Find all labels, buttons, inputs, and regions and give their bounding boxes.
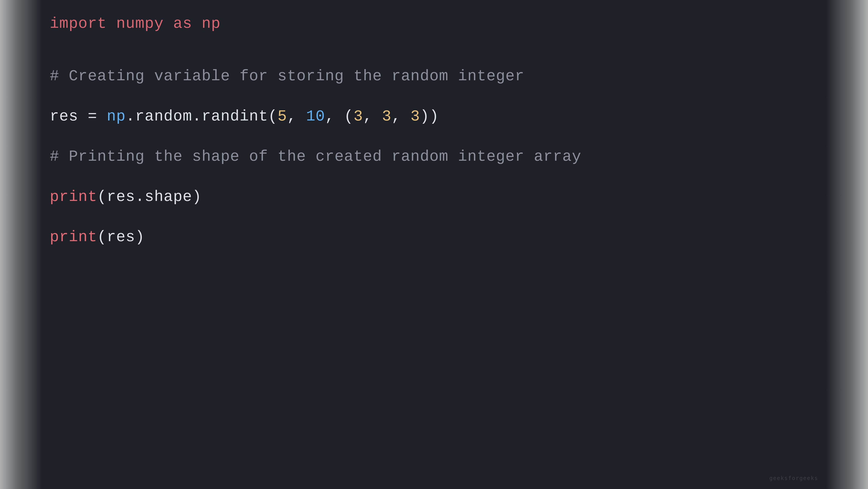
comment-line-2: # Printing the shape of the created rand… [50, 145, 818, 168]
spacer-5 [50, 208, 818, 226]
print-fn-2: print [50, 228, 97, 246]
sep-4: , [392, 108, 410, 125]
code-line-2: print(res.shape) [50, 185, 818, 208]
sep-3: , [363, 108, 382, 125]
num-3c: 3 [410, 108, 420, 125]
np-prefix: np [107, 108, 126, 125]
method-call: .random.randint( [126, 108, 278, 125]
code-block: import numpy as np # Creating variable f… [50, 11, 818, 249]
sep-1: , [287, 108, 306, 125]
code-line-3: print(res) [50, 226, 818, 249]
num-3b: 3 [382, 108, 392, 125]
num-3a: 3 [353, 108, 363, 125]
var-res: res [50, 108, 78, 125]
import-keyword: import numpy as np [50, 15, 221, 32]
print-fn-1: print [50, 188, 97, 205]
code-container: import numpy as np # Creating variable f… [0, 0, 868, 489]
print-content-2: (res) [97, 228, 145, 246]
assign-op: = [78, 108, 107, 125]
num-10: 10 [306, 108, 325, 125]
print-content-1: (res.shape) [97, 188, 202, 205]
spacer-3 [50, 128, 818, 145]
spacer-4 [50, 168, 818, 185]
spacer-1 [50, 48, 818, 65]
sep-2: , ( [325, 108, 353, 125]
comment-line-1: # Creating variable for storing the rand… [50, 65, 818, 88]
num-5: 5 [278, 108, 287, 125]
spacer-2 [50, 88, 818, 105]
import-line: import numpy as np [50, 11, 818, 36]
code-line-1: res = np.random.randint(5, 10, (3, 3, 3)… [50, 105, 818, 128]
closing-parens: )) [420, 108, 439, 125]
watermark: geeksforgeeks [769, 475, 818, 481]
